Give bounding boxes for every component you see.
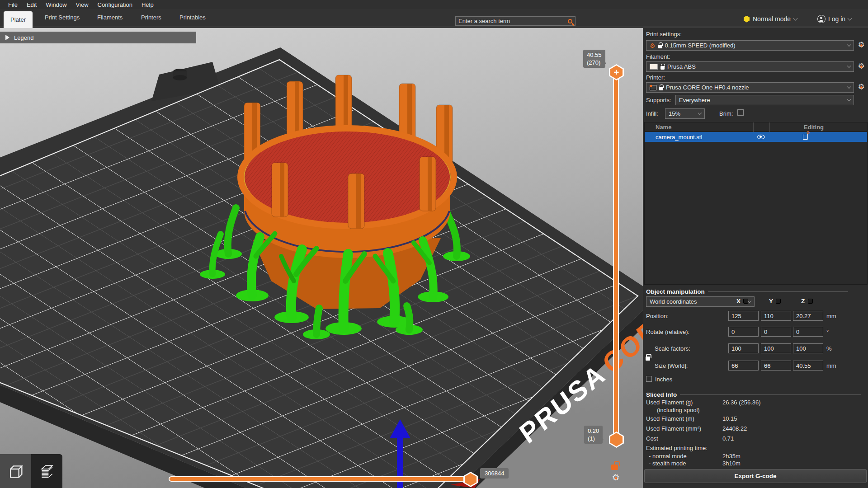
tab-bar: Plater Print Settings Filaments Printers… [0,9,868,28]
login-label: Log in [828,15,845,23]
size-unit: mm [826,362,836,369]
layer-slider-bottom-tooltip: 0.20 (1) [584,426,603,444]
mode-selector[interactable]: Normal mode [744,14,797,24]
search-placeholder: Enter a search term [458,18,568,24]
filament-dropdown[interactable]: Prusa ABS [646,61,854,72]
move-slider-track[interactable] [169,476,474,482]
info-value: 2h35m [722,453,741,460]
size-x-field[interactable] [728,361,759,371]
object-manipulation-title: Object manipulation [646,288,848,295]
position-y-field[interactable] [761,311,791,321]
tab-printers[interactable]: Printers [141,9,161,26]
chevron-down-icon [847,64,851,68]
export-gcode-button[interactable]: Export G-code [644,469,867,483]
scale-z-field[interactable] [793,343,823,353]
infill-label: Infill: [646,110,658,117]
scene-canvas[interactable]: PRUSACORE [0,28,643,488]
menu-edit[interactable]: Edit [22,1,41,8]
supports-dropdown[interactable]: Everywhere [675,95,854,105]
chevron-down-icon [847,85,851,89]
filament-color-swatch [650,64,658,70]
size-label: Size [World]: [655,362,688,369]
settings-sidebar: Print settings: ⚙ 0.15mm SPEED (modified… [643,28,868,488]
chevron-down-icon [847,98,851,101]
brim-label: Brim: [719,110,733,117]
eye-icon[interactable] [757,135,765,139]
rotate-x-field[interactable] [728,327,759,337]
axis-x-header: X [736,298,741,305]
print-settings-gear-button[interactable]: ⚙ [856,40,866,50]
printer-icon [650,85,656,90]
info-label: - stealth mode [649,460,686,467]
info-label: Estimated printing time: [646,445,708,451]
info-label: - normal mode [649,453,687,460]
uniform-scale-lock-icon[interactable] [646,357,650,361]
position-unit: mm [826,313,836,319]
filament-gear-button[interactable]: ⚙ [856,61,866,71]
sliced-info-title: Sliced Info [646,391,861,398]
scale-y-field[interactable] [761,343,791,353]
editor-view-button[interactable] [0,454,31,488]
info-label: Used Filament (mm³) [646,425,701,432]
preview-view-button[interactable] [31,454,62,488]
menu-configuration[interactable]: Configuration [93,1,137,8]
rotate-y-field[interactable] [761,327,791,337]
object-row-selected[interactable]: camera_mount.stl [645,132,867,142]
printer-gear-button[interactable]: ⚙ [856,82,866,92]
cube-icon [7,462,25,480]
supports-label: Supports: [646,97,671,103]
tab-printables[interactable]: Printables [179,9,206,26]
search-input[interactable]: Enter a search term [455,16,576,26]
legend-panel[interactable]: Legend [0,32,196,43]
edit-object-icon[interactable] [803,134,808,140]
info-sublabel: (including spool) [657,407,700,413]
position-label: Position: [646,313,669,319]
chevron-down-icon [848,16,852,21]
position-z-field[interactable] [793,311,823,321]
lock-icon [660,66,665,70]
tab-plater[interactable]: Plater [4,11,33,28]
infill-dropdown[interactable]: 15% [665,108,705,119]
tab-print-settings[interactable]: Print Settings [45,9,80,26]
filament-label: Filament: [646,53,670,60]
name-column-header[interactable]: Name [656,124,671,131]
scale-x-field[interactable] [728,343,759,353]
size-z-field[interactable] [793,361,823,371]
prusaslicer-window: File Edit Window View Configuration Help… [0,0,868,488]
search-icon[interactable] [568,19,572,23]
viewport-3d[interactable]: PRUSACORE [0,28,643,488]
chevron-down-icon [793,16,798,21]
menu-help[interactable]: Help [137,1,158,8]
brim-checkbox[interactable] [737,109,744,116]
info-label: Used Filament (m) [646,415,694,422]
size-y-field[interactable] [761,361,791,371]
tab-filaments[interactable]: Filaments [97,9,123,26]
layer-slider-track[interactable] [613,71,619,441]
chevron-down-icon [698,111,702,115]
slider-lock-icon[interactable] [611,465,618,470]
info-label: Used Filament (g) [646,399,693,406]
inches-checkbox[interactable] [646,376,652,382]
rotate-unit: ° [826,328,829,335]
position-x-field[interactable] [728,311,759,321]
lock-icon [658,45,662,48]
scale-label: Scale factors: [655,345,690,352]
editing-column-header[interactable]: Editing [804,124,824,131]
menu-window[interactable]: Window [41,1,71,8]
info-value: 0.71 [722,435,734,442]
object-filename: camera_mount.stl [656,134,702,141]
slider-gear-icon[interactable]: ⚙ [611,473,621,483]
rotate-z-field[interactable] [793,327,823,337]
print-settings-dropdown[interactable]: ⚙ 0.15mm SPEED (modified) [646,40,854,51]
lock-icon [659,87,663,90]
axis-z-icon [808,299,813,304]
info-label: Cost [646,435,658,442]
axis-z-header: Z [801,298,805,305]
menu-file[interactable]: File [4,1,22,8]
login-button[interactable]: Log in [817,14,851,24]
object-list: Name Editing camera_mount.stl [644,122,868,285]
printer-dropdown[interactable]: Prusa CORE One HF0.4 nozzle [646,82,854,93]
menu-view[interactable]: View [71,1,93,8]
expand-triangle-icon [5,35,9,40]
move-slider-tooltip: 306844 [480,468,509,479]
